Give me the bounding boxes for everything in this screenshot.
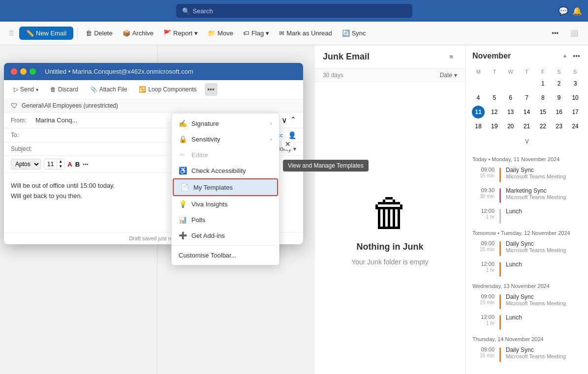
new-email-button[interactable]: ✏️ New Email (19, 27, 73, 40)
font-size-value[interactable]: 11 (44, 160, 57, 169)
calendar-day[interactable]: 8 (536, 91, 549, 104)
maximize-window-button[interactable] (30, 68, 36, 75)
calendar-day[interactable]: 6 (504, 91, 517, 104)
weekday-sat: S (551, 67, 567, 77)
attach-button[interactable]: 📎 Attach File (86, 84, 131, 95)
event-color-bar (499, 294, 501, 309)
menu-item-get-addins[interactable]: ➕ Get Add-ins (172, 228, 279, 243)
calendar-day[interactable]: 24 (569, 120, 582, 133)
calendar-day[interactable] (504, 77, 517, 90)
mark-unread-button[interactable]: ✉ Mark as Unread (275, 28, 336, 39)
loop-button[interactable]: 🔁 Loop Components (135, 84, 200, 95)
event-daily-sync-1[interactable]: 09:0015 min Daily Sync Microsoft Teams M… (465, 164, 588, 185)
menu-item-check-accessibility[interactable]: ♿ Check Accessibility (172, 163, 279, 178)
flag-arrow: ▾ (266, 29, 269, 37)
from-expand-icon[interactable]: ⌃ (290, 115, 296, 125)
addins-icon: ➕ (179, 231, 186, 239)
event-daily-sync-3[interactable]: 09:0015 min Daily Sync Microsoft Teams M… (465, 291, 588, 312)
calendar-add-button[interactable]: + (562, 51, 568, 61)
more-button[interactable]: ••• (548, 28, 562, 39)
viva-icon: 💡 (179, 200, 186, 208)
calendar-day[interactable]: 16 (553, 106, 565, 118)
wed-header: Wednesday, 13 November 2024 (465, 279, 588, 291)
calendar-day[interactable]: 10 (569, 91, 582, 104)
calendar-day[interactable]: 1 (536, 77, 549, 90)
calendar-day[interactable] (488, 77, 501, 90)
close-window-button[interactable] (11, 68, 17, 75)
calendar-day[interactable] (520, 77, 533, 90)
font-color-button[interactable]: A (67, 161, 72, 168)
calendar-day[interactable]: 12 (488, 106, 501, 118)
calendar-day[interactable]: 23 (553, 120, 565, 133)
report-button[interactable]: 🚩 Report ▾ (159, 28, 202, 39)
delete-button[interactable]: 🗑 Delete (82, 28, 117, 39)
calendar-day[interactable]: 7 (520, 91, 533, 104)
event-marketing-sync[interactable]: 09:3030 min Marketing Sync Microsoft Tea… (465, 185, 588, 205)
calendar-day[interactable]: 13 (504, 106, 517, 118)
text-format-more-button[interactable]: ••• (83, 161, 89, 167)
event-lunch-1[interactable]: 12:001 hr Lunch (465, 205, 588, 226)
font-size-up[interactable]: ▲ (57, 159, 64, 164)
calendar-day[interactable]: 9 (553, 91, 565, 104)
event-lunch-3[interactable]: 12:001 hr Lunch (465, 312, 588, 332)
calendar-events: Today • Monday, 11 November 2024 09:0015… (465, 148, 588, 369)
signature-icon: ✍ (179, 119, 186, 127)
dropdown-close-button[interactable]: ✕ (282, 138, 294, 150)
compose-icon: ✏️ (26, 29, 34, 37)
calendar-day[interactable]: 2 (553, 77, 565, 90)
bold-button[interactable]: B (75, 161, 80, 168)
event-info: Marketing Sync Microsoft Teams Meeting (506, 187, 581, 200)
calendar-day[interactable]: 19 (488, 120, 501, 133)
weekday-tue: T (487, 67, 503, 77)
menu-item-sensitivity[interactable]: 🔒 Sensitivity › (172, 131, 279, 147)
move-button[interactable]: 📁 Move (204, 28, 237, 39)
calendar-day[interactable]: 22 (536, 120, 549, 133)
font-family-select[interactable]: Aptos (11, 159, 41, 170)
menu-item-my-templates[interactable]: 📄 My Templates (173, 178, 278, 196)
event-daily-sync-4[interactable]: 09:0015 min Daily Sync Microsoft Teams M… (465, 344, 588, 365)
search-bar[interactable]: 🔍 Search (176, 4, 412, 18)
event-title: Daily Sync (506, 346, 581, 353)
search-icon: 🔍 (182, 7, 190, 15)
bell-icon[interactable]: 🔔 (572, 6, 582, 16)
sort-button[interactable]: Date ▾ (440, 72, 457, 79)
calendar-day[interactable]: 21 (520, 120, 533, 133)
font-size-down[interactable]: ▼ (57, 164, 64, 169)
calendar-day[interactable]: 4 (472, 91, 485, 104)
calendar-expand-button[interactable]: ∨ (465, 133, 588, 148)
weekday-mon: M (470, 67, 487, 77)
expand-icon[interactable]: ⬜ (566, 28, 582, 39)
subject-label: Subject: (11, 145, 35, 152)
move-icon: 📁 (208, 29, 216, 37)
flag-button[interactable]: 🏷 Flag ▾ (239, 28, 273, 39)
calendar-day[interactable]: 17 (569, 106, 582, 118)
calendar-day[interactable] (472, 77, 485, 90)
event-lunch-2[interactable]: 12:001 hr Lunch (465, 259, 588, 279)
event-daily-sync-2[interactable]: 09:0015 min Daily Sync Microsoft Teams M… (465, 238, 588, 259)
calendar-day[interactable]: 18 (472, 120, 485, 133)
menu-item-signature[interactable]: ✍ Signature › (172, 115, 279, 131)
calendar-day[interactable]: 15 (536, 106, 549, 118)
compose-more-button[interactable]: ••• (205, 83, 217, 96)
menu-item-customize-toolbar[interactable]: Customise Toolbar... (172, 248, 279, 263)
font-size-arrows: ▲ ▼ (57, 159, 64, 169)
weekday-wed: W (502, 67, 519, 77)
calendar-day[interactable]: 11 (472, 106, 485, 118)
chat-icon[interactable]: 💬 (558, 6, 568, 16)
archive-button[interactable]: 📦 Archive (119, 28, 157, 39)
calendar-day[interactable]: 14 (520, 106, 533, 118)
calendar-day[interactable]: 3 (569, 77, 582, 90)
calendar-day[interactable]: 5 (488, 91, 501, 104)
send-button[interactable]: ▷ Send ▾ (10, 84, 42, 95)
minimize-window-button[interactable] (20, 68, 27, 75)
sync-button[interactable]: 🔄 Sync (338, 28, 370, 39)
calendar-day[interactable]: 20 (504, 120, 517, 133)
event-info: Lunch (506, 208, 581, 215)
event-time: 09:0015 min (472, 293, 495, 305)
discard-button[interactable]: 🗑 Discard (46, 84, 82, 95)
from-dropdown-icon[interactable]: ∨ (281, 115, 287, 125)
menu-item-viva-insights[interactable]: 💡 Viva Insights (172, 196, 279, 212)
menu-item-polls[interactable]: 📊 Polls (172, 212, 279, 228)
calendar-more-button[interactable]: ••• (572, 51, 581, 61)
filter-button[interactable]: ≡ (445, 51, 457, 62)
